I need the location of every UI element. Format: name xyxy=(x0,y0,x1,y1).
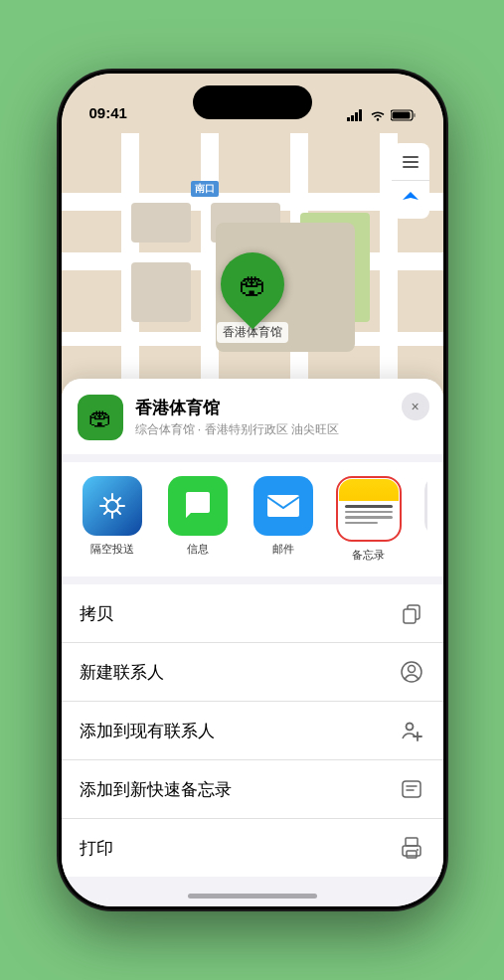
svg-rect-2 xyxy=(355,112,358,121)
close-button[interactable]: × xyxy=(402,393,429,420)
messages-label: 信息 xyxy=(187,542,209,557)
venue-info: 香港体育馆 综合体育馆 · 香港特别行政区 油尖旺区 xyxy=(135,397,427,438)
svg-rect-0 xyxy=(347,117,350,121)
copy-icon xyxy=(398,599,425,627)
map-controls[interactable] xyxy=(392,143,429,219)
map-layers-icon xyxy=(401,152,420,172)
share-messages[interactable]: 信息 xyxy=(163,476,233,563)
venue-header: 🏟 香港体育馆 综合体育馆 · 香港特别行政区 油尖旺区 × xyxy=(62,379,443,454)
action-list: 拷贝 新建联系人 xyxy=(62,584,443,877)
venue-icon: 🏟 xyxy=(78,395,123,440)
location-button[interactable] xyxy=(392,181,429,219)
phone-screen: 09:41 xyxy=(62,74,443,906)
more-icon xyxy=(424,476,427,536)
action-add-contact-label: 添加到现有联系人 xyxy=(80,720,215,742)
phone-frame: 09:41 xyxy=(59,71,446,909)
action-new-contact-label: 新建联系人 xyxy=(80,661,164,684)
svg-rect-26 xyxy=(407,851,417,858)
svg-rect-7 xyxy=(392,112,410,119)
status-time: 09:41 xyxy=(89,104,127,121)
svg-rect-1 xyxy=(351,115,354,121)
notes-icon xyxy=(339,479,399,539)
quick-note-icon xyxy=(398,775,425,803)
svg-point-16 xyxy=(408,666,415,673)
svg-rect-6 xyxy=(414,113,416,117)
svg-rect-9 xyxy=(403,161,419,163)
nankou-label: 南口 xyxy=(191,181,219,197)
share-scroll: 隔空投送 信息 xyxy=(78,476,427,563)
home-indicator xyxy=(188,894,317,898)
nankou-badge: 南口 xyxy=(191,181,219,197)
share-row: 隔空投送 信息 xyxy=(62,462,443,576)
airdrop-icon xyxy=(83,476,142,536)
airdrop-label: 隔空投送 xyxy=(90,542,134,557)
person-add-icon xyxy=(398,717,425,744)
share-mail[interactable]: 邮件 xyxy=(249,476,318,563)
action-print[interactable]: 打印 xyxy=(62,819,443,877)
pin-icon: 🏟 xyxy=(239,268,266,301)
svg-point-4 xyxy=(376,118,378,120)
svg-rect-21 xyxy=(403,781,420,797)
svg-rect-8 xyxy=(403,156,419,158)
svg-rect-24 xyxy=(406,838,418,846)
share-notes[interactable]: 备忘录 xyxy=(334,476,404,563)
share-more[interactable]: 推 xyxy=(420,476,427,563)
venue-subtitle: 综合体育馆 · 香港特别行政区 油尖旺区 xyxy=(135,421,427,438)
status-icons xyxy=(347,109,416,121)
printer-icon xyxy=(398,834,425,862)
share-airdrop[interactable]: 隔空投送 xyxy=(78,476,147,563)
svg-point-18 xyxy=(406,724,413,731)
action-quick-note[interactable]: 添加到新快速备忘录 xyxy=(62,760,443,819)
person-circle-icon xyxy=(398,658,425,686)
battery-icon xyxy=(391,109,416,121)
action-copy[interactable]: 拷贝 xyxy=(62,584,443,643)
map-type-button[interactable] xyxy=(392,143,429,181)
svg-rect-12 xyxy=(267,495,299,517)
wifi-icon xyxy=(370,109,386,121)
notes-label: 备忘录 xyxy=(352,548,385,563)
location-arrow-icon xyxy=(402,191,420,209)
venue-name: 香港体育馆 xyxy=(135,397,427,419)
bottom-spacer xyxy=(62,877,443,906)
action-quick-note-label: 添加到新快速备忘录 xyxy=(80,778,232,801)
svg-rect-14 xyxy=(404,609,416,623)
dynamic-island xyxy=(193,85,312,119)
action-add-contact[interactable]: 添加到现有联系人 xyxy=(62,702,443,760)
svg-rect-10 xyxy=(403,166,419,168)
action-copy-label: 拷贝 xyxy=(80,602,113,625)
location-pin: 🏟 香港体育馆 xyxy=(217,252,288,343)
messages-icon xyxy=(168,476,228,536)
action-print-label: 打印 xyxy=(80,837,113,860)
signal-icon xyxy=(347,109,365,121)
action-new-contact[interactable]: 新建联系人 xyxy=(62,643,443,702)
mail-icon xyxy=(253,476,313,536)
pin-background: 🏟 xyxy=(207,240,297,330)
svg-rect-3 xyxy=(359,109,362,121)
mail-label: 邮件 xyxy=(272,542,294,557)
bottom-sheet: 🏟 香港体育馆 综合体育馆 · 香港特别行政区 油尖旺区 × xyxy=(62,379,443,906)
svg-point-27 xyxy=(417,849,419,851)
